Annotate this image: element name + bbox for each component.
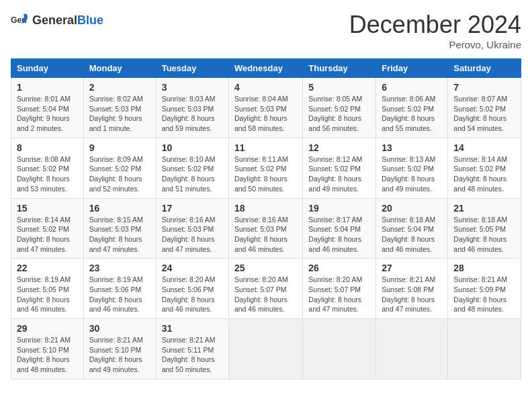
day-detail: Sunrise: 8:14 AMSunset: 5:02 PMDaylight:… [17,216,71,253]
day-number: 9 [89,142,150,153]
day-number: 26 [308,263,370,273]
title-area: December 2024 Perovo, Ukraine [349,11,521,50]
day-detail: Sunrise: 8:19 AMSunset: 5:06 PMDaylight:… [89,275,143,313]
day-number: 25 [234,263,297,273]
calendar-cell: 25Sunrise: 8:20 AMSunset: 5:07 PMDayligh… [228,259,302,319]
day-detail: Sunrise: 8:07 AMSunset: 5:02 PMDaylight:… [453,95,507,132]
calendar-week-2: 8Sunrise: 8:08 AMSunset: 5:02 PMDaylight… [11,138,521,198]
calendar-cell: 3Sunrise: 8:03 AMSunset: 5:03 PMDaylight… [156,78,228,138]
calendar-week-5: 29Sunrise: 8:21 AMSunset: 5:10 PMDayligh… [11,319,521,379]
logo-blue: Blue [77,13,103,27]
calendar-week-1: 1Sunrise: 8:01 AMSunset: 5:04 PMDaylight… [11,78,521,138]
calendar-cell: 12Sunrise: 8:12 AMSunset: 5:02 PMDayligh… [303,138,376,198]
calendar-cell: 24Sunrise: 8:20 AMSunset: 5:06 PMDayligh… [156,259,228,319]
day-detail: Sunrise: 8:02 AMSunset: 5:03 PMDaylight:… [89,95,143,132]
weekday-row: SundayMondayTuesdayWednesdayThursdayFrid… [11,59,521,78]
day-detail: Sunrise: 8:13 AMSunset: 5:02 PMDaylight:… [382,155,435,193]
weekday-header-thursday: Thursday [303,59,376,78]
day-number: 4 [234,82,297,93]
day-number: 6 [382,82,442,93]
day-detail: Sunrise: 8:01 AMSunset: 5:04 PMDaylight:… [17,95,71,132]
weekday-header-monday: Monday [83,59,156,78]
day-number: 21 [453,203,515,214]
day-number: 1 [17,82,78,93]
weekday-header-sunday: Sunday [11,59,84,78]
day-detail: Sunrise: 8:18 AMSunset: 5:05 PMDaylight:… [453,216,507,253]
weekday-header-tuesday: Tuesday [156,59,228,78]
calendar-cell: 8Sunrise: 8:08 AMSunset: 5:02 PMDaylight… [11,138,84,198]
day-number: 8 [17,142,78,153]
day-number: 31 [162,323,223,334]
calendar-cell: 18Sunrise: 8:16 AMSunset: 5:03 PMDayligh… [228,198,302,259]
day-number: 19 [308,203,370,214]
day-number: 27 [382,263,442,273]
logo-icon: Gen [11,11,30,30]
day-detail: Sunrise: 8:15 AMSunset: 5:03 PMDaylight:… [89,216,143,253]
day-detail: Sunrise: 8:16 AMSunset: 5:03 PMDaylight:… [162,216,216,253]
calendar-week-4: 22Sunrise: 8:19 AMSunset: 5:05 PMDayligh… [11,259,521,319]
calendar-cell: 9Sunrise: 8:09 AMSunset: 5:02 PMDaylight… [83,138,156,198]
day-number: 2 [89,82,150,93]
day-number: 13 [382,142,442,153]
calendar-cell: 4Sunrise: 8:04 AMSunset: 5:03 PMDaylight… [228,78,302,138]
calendar-cell [376,319,448,379]
calendar-week-3: 15Sunrise: 8:14 AMSunset: 5:02 PMDayligh… [11,198,521,259]
day-detail: Sunrise: 8:21 AMSunset: 5:10 PMDaylight:… [17,336,71,373]
day-detail: Sunrise: 8:06 AMSunset: 5:02 PMDaylight:… [382,95,435,132]
calendar-cell: 15Sunrise: 8:14 AMSunset: 5:02 PMDayligh… [11,198,84,259]
day-number: 18 [234,203,297,214]
logo-general: General [32,13,77,27]
month-title: December 2024 [349,11,521,39]
day-detail: Sunrise: 8:05 AMSunset: 5:02 PMDaylight:… [308,95,362,132]
calendar-cell [303,319,376,379]
calendar-cell [228,319,302,379]
calendar-cell: 10Sunrise: 8:10 AMSunset: 5:02 PMDayligh… [156,138,228,198]
day-number: 14 [453,142,515,153]
calendar-header: SundayMondayTuesdayWednesdayThursdayFrid… [11,59,521,78]
day-number: 15 [17,203,78,214]
day-detail: Sunrise: 8:21 AMSunset: 5:09 PMDaylight:… [453,275,507,313]
calendar-cell: 19Sunrise: 8:17 AMSunset: 5:04 PMDayligh… [303,198,376,259]
calendar-cell: 7Sunrise: 8:07 AMSunset: 5:02 PMDaylight… [448,78,521,138]
day-number: 7 [453,82,515,93]
page-header: Gen GeneralBlue December 2024 Perovo, Uk… [11,11,521,50]
day-number: 23 [89,263,150,273]
location-subtitle: Perovo, Ukraine [349,39,521,50]
calendar-cell: 31Sunrise: 8:21 AMSunset: 5:11 PMDayligh… [156,319,228,379]
calendar-cell: 14Sunrise: 8:14 AMSunset: 5:02 PMDayligh… [448,138,521,198]
day-detail: Sunrise: 8:08 AMSunset: 5:02 PMDaylight:… [17,155,71,193]
day-detail: Sunrise: 8:17 AMSunset: 5:04 PMDaylight:… [308,216,362,253]
calendar-cell: 26Sunrise: 8:20 AMSunset: 5:07 PMDayligh… [303,259,376,319]
day-number: 17 [162,203,223,214]
day-number: 5 [308,82,370,93]
calendar-cell: 27Sunrise: 8:21 AMSunset: 5:08 PMDayligh… [376,259,448,319]
day-number: 10 [162,142,223,153]
day-detail: Sunrise: 8:20 AMSunset: 5:07 PMDaylight:… [308,275,362,313]
day-detail: Sunrise: 8:21 AMSunset: 5:08 PMDaylight:… [382,275,435,313]
logo: Gen GeneralBlue [11,11,103,30]
day-detail: Sunrise: 8:19 AMSunset: 5:05 PMDaylight:… [17,275,71,313]
weekday-header-friday: Friday [376,59,448,78]
calendar-cell: 17Sunrise: 8:16 AMSunset: 5:03 PMDayligh… [156,198,228,259]
day-number: 24 [162,263,223,273]
day-detail: Sunrise: 8:10 AMSunset: 5:02 PMDaylight:… [162,155,216,193]
calendar-body: 1Sunrise: 8:01 AMSunset: 5:04 PMDaylight… [11,78,521,379]
calendar-cell: 29Sunrise: 8:21 AMSunset: 5:10 PMDayligh… [11,319,84,379]
day-number: 22 [17,263,78,273]
day-detail: Sunrise: 8:16 AMSunset: 5:03 PMDaylight:… [234,216,288,253]
calendar-cell: 21Sunrise: 8:18 AMSunset: 5:05 PMDayligh… [448,198,521,259]
calendar-cell: 30Sunrise: 8:21 AMSunset: 5:10 PMDayligh… [83,319,156,379]
weekday-header-wednesday: Wednesday [228,59,302,78]
day-detail: Sunrise: 8:21 AMSunset: 5:10 PMDaylight:… [89,336,143,373]
day-number: 3 [162,82,223,93]
day-detail: Sunrise: 8:03 AMSunset: 5:03 PMDaylight:… [162,95,216,132]
day-detail: Sunrise: 8:12 AMSunset: 5:02 PMDaylight:… [308,155,362,193]
day-number: 30 [89,323,150,334]
day-detail: Sunrise: 8:18 AMSunset: 5:04 PMDaylight:… [382,216,435,253]
day-detail: Sunrise: 8:20 AMSunset: 5:07 PMDaylight:… [234,275,288,313]
calendar-cell [448,319,521,379]
calendar-cell: 22Sunrise: 8:19 AMSunset: 5:05 PMDayligh… [11,259,84,319]
day-detail: Sunrise: 8:11 AMSunset: 5:02 PMDaylight:… [234,155,288,193]
day-number: 20 [382,203,442,214]
day-detail: Sunrise: 8:14 AMSunset: 5:02 PMDaylight:… [453,155,507,193]
